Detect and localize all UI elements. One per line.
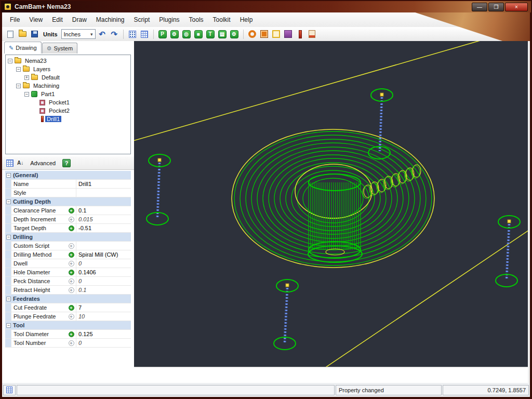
property-row-tool-diameter[interactable]: Tool Diameter + 0.125 [5,330,131,339]
expander-icon[interactable]: − [16,84,21,88]
tab-system[interactable]: ⚙ System [42,43,78,54]
collapse-icon[interactable]: − [6,173,11,178]
mop-profile-button[interactable] [271,29,282,39]
property-row-style[interactable]: Style [5,189,131,197]
property-row-drilling-method[interactable]: Drilling Method + Spiral Mill (CW) [5,250,131,259]
maximize-button[interactable]: ❐ [488,3,504,11]
part-icon [31,91,37,97]
category-general[interactable]: − (General) [5,171,131,180]
tree-item-nema23[interactable]: − Nema23 [6,57,130,65]
draw-circle-button[interactable]: ◎ [181,29,192,39]
menu-help[interactable]: Help [235,14,258,25]
pocket-op-icon [39,100,45,105]
tree-item-default[interactable]: + Default [6,73,130,82]
collapse-icon[interactable]: − [6,297,11,301]
statusbar-spacer [17,385,335,395]
expander-icon[interactable]: + [24,75,29,80]
property-row-target-depth[interactable]: Target Depth + -0.51 [5,224,131,233]
collapse-icon[interactable]: − [6,200,11,204]
property-row-peck-distance[interactable]: Peck Distance + 0 [5,277,131,286]
draw-text-button[interactable]: T [205,29,216,39]
cambam-logo-icon [4,3,11,10]
tree-item-pocket1[interactable]: Pocket1 [6,98,130,107]
menu-toolkit[interactable]: Toolkit [208,14,235,25]
tree-item-part1[interactable]: − Part1 [6,90,130,98]
menu-file[interactable]: File [5,14,24,25]
expander-icon[interactable]: − [16,67,21,72]
redo-button[interactable]: ↷ [109,29,119,39]
property-row-depth-increment[interactable]: Depth Increment + 0.015 [5,215,131,224]
draw-surface-button[interactable]: ▤ [217,29,228,39]
drill-icon [299,30,302,38]
menu-view[interactable]: View [24,14,47,25]
script-icon [309,30,315,38]
menu-script[interactable]: Script [129,14,155,25]
property-row-tool-number[interactable]: Tool Number + 0 [5,339,131,348]
units-dropdown[interactable]: Inches ▾ [61,29,96,39]
show-grid-button[interactable] [139,29,150,39]
units-label: Units [41,31,60,37]
property-row-plunge-feedrate[interactable]: Plunge Feedrate + 10 [5,312,131,321]
tree-item-pocket2[interactable]: Pocket2 [6,107,130,115]
category-tool[interactable]: − Tool [5,321,131,330]
sort-az-icon[interactable]: A↓ [17,160,23,166]
show-grid-icon [141,31,148,38]
wrench-icon: ⚙ [47,45,52,52]
tab-system-label: System [54,45,73,51]
category-feedrates[interactable]: − Feedrates [5,295,131,303]
mop-script-button[interactable] [307,29,317,39]
property-row-hole-diameter[interactable]: Hole Diameter + 0.1406 [5,268,131,277]
snap-grid-button[interactable] [127,29,138,39]
undo-button[interactable]: ↶ [97,29,108,39]
property-row-cut-feedrate[interactable]: Cut Feedrate + 7 [5,303,131,312]
tree-item-layers[interactable]: − Layers [6,65,130,73]
open-folder-icon [19,31,26,37]
menu-edit[interactable]: Edit [47,14,68,25]
draw-point-button[interactable]: P [157,29,168,39]
menu-plugins[interactable]: Plugins [154,14,184,25]
drawing-viewport[interactable] [134,41,528,367]
menu-draw[interactable]: Draw [68,14,91,25]
property-row-name[interactable]: Name Drill1 [5,180,131,189]
minimize-button[interactable]: — [472,3,487,11]
category-drilling[interactable]: − Drilling [5,233,131,242]
open-button[interactable] [17,29,28,39]
categorized-view-icon[interactable] [6,159,14,167]
expander-icon[interactable]: − [8,59,12,63]
draw-mops-button[interactable]: ⚙ [229,29,240,39]
mop-pocket-button[interactable] [259,29,270,39]
draw-surface-icon: ▤ [218,30,227,38]
menu-machining[interactable]: Machining [91,14,129,25]
property-row-dwell[interactable]: Dwell + 0 [5,259,131,268]
save-button[interactable] [29,29,39,39]
tree-item-drill1[interactable]: Drill1 [6,115,130,123]
mop-drill-button[interactable] [295,29,305,39]
draw-rectangle-button[interactable]: ■ [193,29,204,39]
mop-lathe-button[interactable] [247,29,258,39]
chevron-down-icon: ▾ [90,32,93,37]
save-icon [31,31,38,37]
property-row-custom-script[interactable]: Custom Script + [5,242,131,250]
collapse-icon[interactable]: − [6,235,11,240]
draw-gear-button[interactable]: ⚙ [169,29,180,39]
tab-drawing[interactable]: ✎ Drawing [4,42,42,54]
profile-icon [272,30,280,38]
property-toolbar: A↓ Advanced ? [2,156,134,170]
property-row-retract-height[interactable]: Retract Height + 0.1 [5,286,131,295]
help-icon[interactable]: ? [62,159,71,167]
new-file-button[interactable] [5,29,16,39]
collapse-icon[interactable]: − [6,323,11,328]
tab-drawing-label: Drawing [16,45,36,51]
engrave-icon [284,30,292,38]
menu-tools[interactable]: Tools [184,14,208,25]
expander-icon[interactable]: − [24,92,29,97]
folder-icon [15,58,21,63]
category-cutting-depth[interactable]: − Cutting Depth [5,197,131,206]
mop-engrave-button[interactable] [283,29,294,39]
property-row-clearance-plane[interactable]: Clearance Plane + 0.1 [5,206,131,215]
cursor-coordinates: 0.7249, 1.8557 [443,385,529,395]
tree-item-machining[interactable]: − Machining [6,82,130,90]
value-default-icon: + [69,314,74,320]
advanced-button[interactable]: Advanced [27,160,59,166]
close-button[interactable]: × [505,3,528,11]
